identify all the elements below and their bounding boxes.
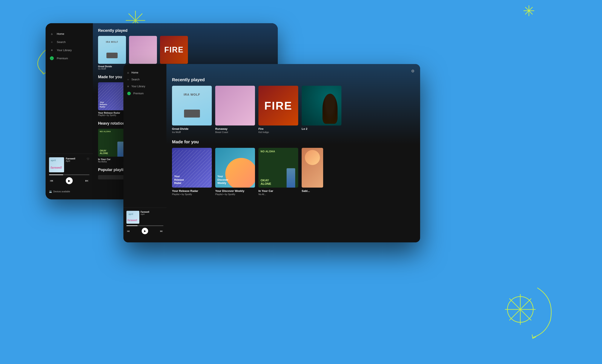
- fire-text-large: FIRE: [164, 45, 184, 54]
- okay-alone-text-large: OKAYALONE: [100, 149, 108, 155]
- card-discover-weekly-small[interactable]: YourDiscoverWeekly Your Discover Weekly …: [215, 148, 255, 196]
- playback-controls-large: ⏮ ▶ ⏭: [49, 177, 89, 184]
- cover-runaway-small: [215, 86, 255, 125]
- card-name-release-radar-small: Your Release Radar: [172, 189, 212, 193]
- sidebar-premium-label-small: Premium: [133, 92, 144, 95]
- card-great-divide-small[interactable]: IRA WOLF Great Divide Ira Wolff: [172, 86, 212, 134]
- cover-runaway-large: [129, 36, 157, 64]
- card-fire-small[interactable]: FIRE Fire Kid Indigo: [258, 86, 298, 134]
- cover-great-divide-small: IRA WOLF: [172, 86, 212, 125]
- progress-fill-small: [126, 225, 138, 226]
- next-button-large[interactable]: ⏭: [85, 179, 89, 183]
- release-radar-label-large: YourReleaseRadar: [100, 101, 107, 108]
- spotify-logo-small: ♪: [127, 92, 131, 95]
- devices-label-large: Devices available: [53, 190, 70, 193]
- library-icon-small: ≡: [127, 85, 129, 88]
- ira-wolf-text-small: IRA WOLF: [172, 93, 212, 96]
- sidebar-item-premium-small[interactable]: ♪ Premium: [123, 90, 166, 97]
- recently-played-title-large: Recently played: [98, 28, 273, 33]
- card-in-your-car-large[interactable]: NO ALOHA OKAYALONE In Your Car No Aloha: [98, 129, 126, 163]
- card-name-great-divide-large: Great Divide: [98, 65, 126, 68]
- sidebar-library-label-large: Your Library: [57, 49, 72, 52]
- card-artist-fire-small: Kid Indigo: [258, 131, 298, 134]
- recently-played-cards-small: IRA WOLF Great Divide Ira Wolff Runaway …: [172, 86, 415, 134]
- card-sub-release-radar-large: Playlist • by Spotify: [98, 114, 126, 116]
- card-in-your-car-small[interactable]: NO ALOHA OKAYALONE In Your Car No Al...: [258, 148, 298, 196]
- person-silhouette-small: [287, 168, 295, 187]
- card-runaway-small[interactable]: Runaway Beast Coast: [215, 86, 255, 134]
- now-playing-large: april farewell Farewell April ♡ ⏮ ▶ ⏭: [46, 154, 93, 187]
- cover-release-radar-small: YourReleaseRadar: [172, 148, 212, 187]
- card-name-sablier-small: Sabl...: [302, 189, 323, 193]
- search-icon-small: ○: [127, 78, 129, 81]
- settings-icon-small[interactable]: ⚙: [411, 69, 415, 73]
- playlist-placeholder-1: [98, 175, 126, 179]
- prev-button-small[interactable]: ⏮: [127, 229, 130, 233]
- card-name-release-radar-large: Your Release Radar: [98, 112, 126, 114]
- card-name-runaway-small: Runaway: [215, 127, 255, 130]
- sidebar-item-library-large[interactable]: ≡ Your Library: [46, 46, 93, 54]
- sidebar-item-search-large[interactable]: ○ Search: [46, 38, 93, 46]
- sidebar-library-label-small: Your Library: [131, 85, 145, 88]
- made-for-you-title-small: Made for you: [172, 139, 415, 144]
- farewell-tag-large: farewell: [51, 166, 62, 169]
- no-aloha-text-small: NO ALOHA: [261, 150, 275, 153]
- prev-button-large[interactable]: ⏮: [50, 179, 53, 183]
- spotify-logo-large: ♪: [50, 56, 54, 60]
- next-button-small[interactable]: ⏭: [160, 229, 163, 233]
- card-name-lo2-small: Lo 2: [302, 127, 341, 130]
- sidebar-search-label-large: Search: [57, 40, 65, 44]
- card-lo2-small[interactable]: Lo 2: [302, 86, 341, 134]
- cover-in-your-car-small: NO ALOHA OKAYALONE: [258, 148, 298, 187]
- card-artist-in-your-car-small: No Al...: [258, 193, 298, 196]
- play-button-large[interactable]: ▶: [66, 177, 73, 184]
- top-bar-small: ⚙: [172, 69, 415, 73]
- sidebar-search-label-small: Search: [131, 78, 140, 81]
- card-artist-in-your-car-large: No Aloha: [98, 160, 126, 163]
- farewell-tag-small: farewell: [128, 219, 137, 222]
- lo2-person-large: [322, 94, 338, 124]
- devices-row-large: 💻 Devices available: [46, 187, 93, 193]
- heart-icon-large[interactable]: ♡: [87, 157, 89, 161]
- search-icon-large: ○: [50, 40, 54, 44]
- home-icon-large: ⌂: [50, 32, 54, 36]
- card-sablier-small-partial[interactable]: Sabl...: [302, 148, 323, 196]
- card-release-radar-small[interactable]: YourReleaseRadar Your Release Radar Play…: [172, 148, 212, 196]
- now-playing-title-small: Farewell: [141, 211, 149, 213]
- sidebar-item-search-small[interactable]: ○ Search: [123, 76, 166, 83]
- sidebar-item-library-small[interactable]: ≡ Your Library: [123, 83, 166, 90]
- card-great-divide-large[interactable]: IRA WOLF Great Divide Ira Wolff: [98, 36, 126, 70]
- now-playing-title-large: Farewell: [66, 157, 85, 160]
- recently-played-title-small: Recently played: [172, 77, 415, 82]
- made-for-you-cards-small: YourReleaseRadar Your Release Radar Play…: [172, 148, 415, 196]
- no-aloha-text-large: NO ALOHA: [100, 130, 111, 133]
- card-sub-discover-weekly-small: Playlist • by Spotify: [215, 193, 255, 196]
- play-button-small[interactable]: ▶: [142, 228, 148, 234]
- sidebar-large: ⌂ Home ○ Search ≡ Your Library ♪ Premium…: [46, 23, 93, 199]
- sablier-face-small: [305, 150, 320, 165]
- progress-bar-large[interactable]: [49, 175, 89, 175]
- card-name-fire-small: Fire: [258, 127, 298, 130]
- cover-in-your-car-large: NO ALOHA OKAYALONE: [98, 129, 126, 157]
- cover-fire-small: FIRE: [258, 86, 298, 125]
- sidebar-item-home-large[interactable]: ⌂ Home: [46, 30, 93, 38]
- farewell-april-text-large: april: [51, 159, 56, 162]
- card-artist-runaway-small: Beast Coast: [215, 131, 255, 134]
- sidebar-item-premium-large[interactable]: ♪ Premium: [46, 54, 93, 62]
- sidebar-home-label-large: Home: [57, 32, 64, 35]
- now-playing-artist-large: April: [66, 160, 85, 162]
- library-icon-large: ≡: [50, 48, 54, 52]
- tablet-small: ⌂ Home ○ Search ≡ Your Library ♪ Premium…: [123, 64, 420, 242]
- progress-bar-small[interactable]: [126, 225, 163, 226]
- now-playing-artist-small: April: [141, 213, 149, 215]
- main-content-small: ⚙ Recently played IRA WOLF Great Divide …: [166, 64, 420, 242]
- person-silhouette-large: [117, 142, 124, 157]
- card-sub-release-radar-small: Playlist • by Spotify: [172, 193, 212, 196]
- card-release-radar-large[interactable]: YourReleaseRadar Your Release Radar Play…: [98, 82, 126, 116]
- progress-fill-large: [49, 175, 63, 175]
- sidebar-item-home-small[interactable]: ⌂ Home: [123, 69, 166, 76]
- cover-great-divide-large: IRA WOLF: [98, 36, 126, 64]
- card-artist-great-divide-small: Ira Wolff: [172, 131, 212, 134]
- home-icon-small: ⌂: [127, 71, 129, 74]
- discover-weekly-label-small: YourDiscoverWeekly: [217, 175, 228, 185]
